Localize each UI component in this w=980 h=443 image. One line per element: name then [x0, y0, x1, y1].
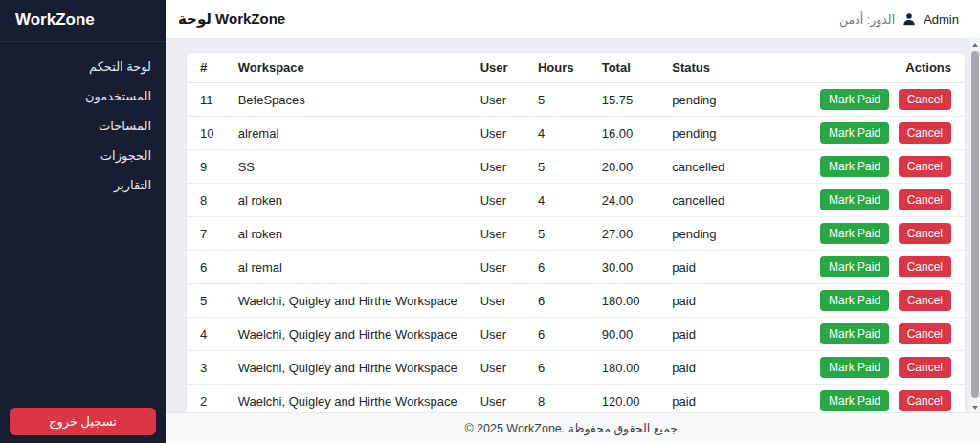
cell-total: 27.00	[590, 217, 661, 251]
cell-workspace: BefeSpaces	[227, 83, 469, 117]
col-hours: Hours	[526, 53, 590, 83]
cell-workspace: Waelchi, Quigley and Hirthe Workspace	[227, 318, 469, 351]
cell-actions: Mark Paid Cancel	[803, 318, 965, 351]
cell-workspace: Waelchi, Quigley and Hirthe Workspace	[227, 351, 469, 385]
cell-id: 7	[187, 217, 227, 251]
cell-workspace: al roken	[227, 217, 469, 251]
cell-actions: Mark Paid Cancel	[803, 385, 965, 413]
cancel-button[interactable]: Cancel	[899, 189, 951, 210]
col-actions: Actions	[803, 53, 965, 83]
sidebar-item-bookings[interactable]: الحجوزات	[0, 141, 166, 170]
cell-total: 180.00	[590, 351, 661, 385]
cell-hours: 6	[526, 318, 590, 351]
cell-total: 20.00	[590, 150, 661, 184]
table-row: 2 Waelchi, Quigley and Hirthe Workspace …	[187, 385, 965, 413]
bookings-table: # Workspace User Hours Total Status Acti…	[187, 53, 965, 412]
cell-hours: 6	[526, 351, 590, 385]
col-total: Total	[590, 53, 661, 83]
table-row: 7 al roken User 5 27.00 pending Mark Pai…	[187, 217, 965, 251]
cell-status: pending	[660, 117, 803, 150]
cell-hours: 5	[526, 83, 590, 117]
cell-id: 3	[187, 351, 227, 385]
cancel-button[interactable]: Cancel	[899, 323, 951, 344]
col-status: Status	[660, 53, 803, 83]
cell-id: 10	[187, 117, 227, 150]
vertical-scrollbar[interactable]	[970, 39, 980, 412]
cancel-button[interactable]: Cancel	[899, 89, 951, 110]
cell-actions: Mark Paid Cancel	[803, 184, 965, 217]
cell-total: 24.00	[590, 184, 661, 217]
cell-actions: Mark Paid Cancel	[803, 351, 965, 385]
mark-paid-button[interactable]: Mark Paid	[820, 290, 889, 311]
cell-hours: 5	[526, 150, 590, 184]
mark-paid-button[interactable]: Mark Paid	[820, 89, 889, 110]
cancel-button[interactable]: Cancel	[899, 256, 951, 277]
cancel-button[interactable]: Cancel	[899, 122, 951, 144]
cancel-button[interactable]: Cancel	[899, 357, 951, 378]
cell-user: User	[469, 117, 526, 150]
mark-paid-button[interactable]: Mark Paid	[820, 390, 889, 411]
main-area: لوحة WorkZone الدور: أدمن Admin #	[166, 0, 980, 443]
cell-id: 9	[187, 150, 227, 184]
scroll-up-icon[interactable]	[970, 39, 980, 50]
cell-workspace: alremal	[227, 117, 469, 150]
cell-status: pending	[660, 217, 803, 251]
cell-total: 15.75	[590, 83, 661, 117]
cell-user: User	[469, 318, 526, 351]
cell-hours: 4	[526, 184, 590, 217]
cell-actions: Mark Paid Cancel	[803, 117, 965, 150]
cell-actions: Mark Paid Cancel	[803, 284, 965, 318]
cell-workspace: al remal	[227, 251, 469, 284]
mark-paid-button[interactable]: Mark Paid	[820, 323, 889, 344]
scroll-down-icon[interactable]	[970, 402, 980, 412]
cancel-button[interactable]: Cancel	[899, 223, 951, 244]
cell-status: paid	[660, 318, 803, 351]
table-row: 11 BefeSpaces User 5 15.75 pending Mark …	[187, 83, 965, 117]
cell-workspace: Waelchi, Quigley and Hirthe Workspace	[227, 385, 469, 413]
topbar: لوحة WorkZone الدور: أدمن Admin	[166, 0, 980, 39]
sidebar-item-reports[interactable]: التقارير	[0, 170, 166, 200]
cell-total: 180.00	[590, 284, 661, 318]
table-header: # Workspace User Hours Total Status Acti…	[187, 53, 965, 83]
mark-paid-button[interactable]: Mark Paid	[820, 122, 889, 144]
mark-paid-button[interactable]: Mark Paid	[820, 223, 889, 244]
content-area: # Workspace User Hours Total Status Acti…	[166, 39, 980, 412]
table-row: 3 Waelchi, Quigley and Hirthe Workspace …	[187, 351, 965, 385]
col-user: User	[469, 53, 526, 83]
cell-workspace: al roken	[227, 184, 469, 217]
user-name: Admin	[924, 12, 959, 27]
table-row: 8 al roken User 4 24.00 cancelled Mark P…	[187, 184, 965, 217]
table-row: 9 SS User 5 20.00 cancelled Mark Paid Ca…	[187, 150, 965, 184]
cell-user: User	[469, 217, 526, 251]
cancel-button[interactable]: Cancel	[899, 390, 951, 411]
cell-workspace: Waelchi, Quigley and Hirthe Workspace	[227, 284, 469, 318]
col-id: #	[187, 53, 227, 83]
user-menu: الدور: أدمن Admin	[839, 12, 959, 27]
mark-paid-button[interactable]: Mark Paid	[820, 357, 889, 378]
cell-status: cancelled	[660, 150, 803, 184]
cell-id: 5	[187, 284, 227, 318]
cell-total: 120.00	[590, 385, 661, 413]
cell-status: cancelled	[660, 184, 803, 217]
logout-button[interactable]: تسجيل خروج	[10, 408, 156, 435]
cell-workspace: SS	[227, 150, 469, 184]
cell-total: 16.00	[590, 117, 661, 150]
cell-status: pending	[660, 83, 803, 117]
sidebar-item-dashboard[interactable]: لوحة التحكم	[0, 52, 166, 81]
cell-actions: Mark Paid Cancel	[803, 83, 965, 117]
sidebar-item-users[interactable]: المستخدمون	[0, 81, 166, 111]
cell-total: 30.00	[590, 251, 661, 284]
scrollbar-thumb[interactable]	[971, 51, 979, 398]
cancel-button[interactable]: Cancel	[899, 290, 951, 311]
mark-paid-button[interactable]: Mark Paid	[820, 256, 889, 277]
cell-id: 8	[187, 184, 227, 217]
cancel-button[interactable]: Cancel	[899, 156, 951, 177]
app-logo: WorkZone	[0, 0, 166, 42]
mark-paid-button[interactable]: Mark Paid	[820, 189, 889, 210]
cell-hours: 8	[526, 385, 590, 413]
sidebar-item-spaces[interactable]: المساحات	[0, 111, 166, 141]
col-workspace: Workspace	[227, 53, 469, 83]
mark-paid-button[interactable]: Mark Paid	[820, 156, 889, 177]
cell-hours: 6	[526, 251, 590, 284]
cell-user: User	[469, 284, 526, 318]
